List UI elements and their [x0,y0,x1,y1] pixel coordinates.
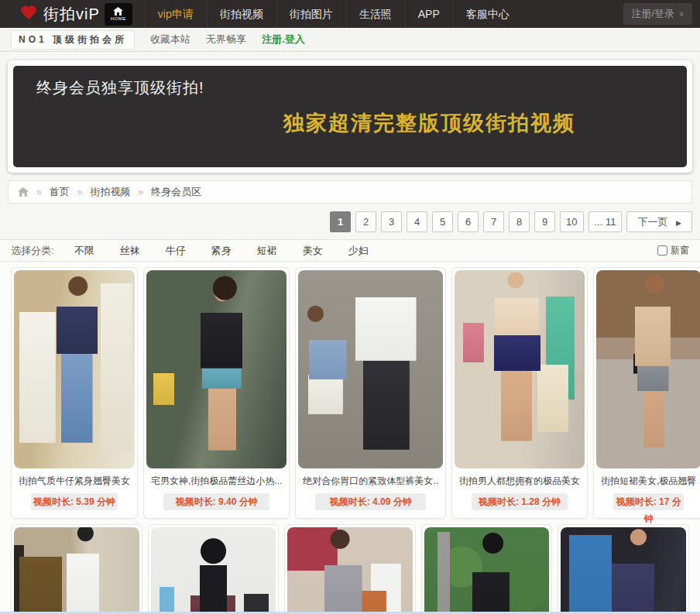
video-thumbnail-sequin-shorts-shopping[interactable] [455,270,585,468]
video-card: 街拍短裙美女,极品翘臀 视频时长: 17 分钟 [593,267,700,519]
banner-subheadline: 独家超清完整版顶级街拍视频 [13,109,687,137]
register-login-label: 注册/登录 [631,7,674,21]
video-title[interactable]: 街拍男人都想拥有的极品美女 [455,468,585,492]
next-page-button[interactable]: 下一页 ▶ [626,211,692,232]
video-duration-badge: 视频时长: 17 分钟 [613,493,684,510]
next-arrow-icon: ▶ [676,219,681,227]
home-button[interactable]: HOME [105,3,132,26]
video-grid-row-2 [11,524,689,614]
sub-header: NO1 顶级街拍会所 收藏本站 无界畅享 注册.登入 [0,28,700,52]
filter-option-stockings[interactable]: 丝袜 [120,244,140,258]
breadcrumb-home[interactable]: 首页 [50,185,70,199]
filter-option-skirt[interactable]: 短裙 [257,244,277,258]
filter-option-all[interactable]: 不限 [74,244,94,258]
video-thumbnail-white-tee-leggings[interactable] [298,270,443,468]
register-login-button[interactable]: 注册/登录 » [623,3,692,25]
nav-item-app[interactable]: APP [405,0,453,28]
filter-option-tight[interactable]: 紧身 [211,244,232,258]
video-title[interactable]: 宅男女神,街拍极品蕾丝边小热... [146,468,287,492]
video-thumbnail-jeans-shop[interactable] [14,270,135,468]
home-icon [113,7,123,15]
video-thumbnail-gray-top-orange-bag[interactable] [287,527,413,614]
filter-option-beauty[interactable]: 美女 [303,244,323,258]
page-button-10[interactable]: 10 [560,211,583,232]
page-button-more[interactable]: ... 11 [588,211,623,232]
page-button-7[interactable]: 7 [483,211,504,232]
breadcrumb-separator: » [77,187,83,197]
filter-option-young-woman[interactable]: 少妇 [348,244,369,258]
page-button-1[interactable]: 1 [330,211,351,232]
main-nav: vip申请 街拍视频 街拍图片 生活照 APP 客服中心 [145,0,523,28]
video-thumbnail-maroon-top-jeans[interactable] [151,527,276,614]
new-window-option: 新窗 [657,244,689,257]
video-card [148,524,280,614]
video-grid-row-1: 街拍气质牛仔紧身翘臀美女 视频时长: 5.39 分钟 宅男女神,街拍极品蕾丝边小… [11,267,689,519]
breadcrumb-home-icon[interactable] [18,187,29,197]
filter-option-denim[interactable]: 牛仔 [166,244,186,258]
page-button-6[interactable]: 6 [458,211,479,232]
video-thumbnail-blue-leggings-sign[interactable] [14,527,139,614]
video-thumbnail-navy-top-pink-bag[interactable] [561,527,686,614]
home-button-label: HOME [111,16,126,21]
site-logo[interactable]: 街拍viP [0,4,100,25]
site-logo-text: 街拍viP [43,4,100,25]
breadcrumb-current: 终身会员区 [151,185,201,199]
page-button-9[interactable]: 9 [534,211,555,232]
page-button-5[interactable]: 5 [432,211,453,232]
filter-label: 选择分类: [11,244,54,258]
promo-banner-card: 终身会员独享顶级街拍! 独家超清完整版顶级街拍视频 [8,60,692,173]
video-card [558,524,689,614]
video-duration-badge: 视频时长: 1.28 分钟 [472,493,568,510]
nav-item-life-photos[interactable]: 生活照 [346,0,405,28]
page-button-4[interactable]: 4 [407,211,427,232]
nav-item-support[interactable]: 客服中心 [453,0,523,28]
video-title[interactable]: 街拍短裙美女,极品翘臀 [596,468,700,492]
pagination: 1 2 3 4 5 6 7 8 9 10 ... 11 下一页 ▶ [8,211,692,232]
nav-item-street-photos[interactable]: 街拍图片 [276,0,346,28]
video-card: 街拍男人都想拥有的极品美女 视频时长: 1.28 分钟 [451,267,588,519]
nav-item-vip-apply[interactable]: vip申请 [145,0,207,28]
top-navbar: 街拍viP HOME vip申请 街拍视频 街拍图片 生活照 APP 客服中心 … [0,0,700,28]
promo-banner[interactable]: 终身会员独享顶级街拍! 独家超清完整版顶级街拍视频 [13,66,687,167]
video-card [421,524,553,614]
breadcrumb: » 首页 » 街拍视频 » 终身会员区 [8,180,692,204]
breadcrumb-street-videos[interactable]: 街拍视频 [90,185,130,199]
video-title[interactable]: 街拍气质牛仔紧身翘臀美女 [14,468,135,492]
page-button-3[interactable]: 3 [381,211,402,232]
video-thumbnail-black-top-trees[interactable] [424,527,550,614]
video-card [11,524,142,614]
register-signin-link[interactable]: 注册.登入 [262,33,305,46]
unlimited-link[interactable]: 无界畅享 [206,33,246,46]
heart-icon [20,6,37,21]
next-page-label: 下一页 [637,216,667,228]
video-duration-badge: 视频时长: 9.40 分钟 [163,493,269,510]
new-window-label: 新窗 [671,244,689,257]
video-card: 街拍气质牛仔紧身翘臀美女 视频时长: 5.39 分钟 [11,267,138,519]
video-title[interactable]: 绝对合你胃口的紧致体型裤美女.. [298,468,443,492]
nav-item-street-videos[interactable]: 街拍视频 [207,0,276,28]
video-thumbnail-black-tank-denim-shorts[interactable] [146,270,287,468]
video-duration-badge: 视频时长: 5.39 分钟 [31,493,118,510]
page-button-2[interactable]: 2 [355,211,376,232]
category-filter-bar: 选择分类: 不限 丝袜 牛仔 紧身 短裙 美女 少妇 新窗 [0,239,700,262]
breadcrumb-separator: » [36,187,42,197]
page-button-8[interactable]: 8 [509,211,530,232]
video-card [284,524,416,614]
breadcrumb-separator: » [138,187,143,197]
new-window-checkbox[interactable] [657,245,667,256]
chevron-down-icon: » [678,12,687,16]
video-card: 宅男女神,街拍极品蕾丝边小热... 视频时长: 9.40 分钟 [143,267,290,519]
video-card: 绝对合你胃口的紧致体型裤美女.. 视频时长: 4.09 分钟 [295,267,446,519]
video-thumbnail-tan-top-gray-skirt[interactable] [596,270,700,468]
bookmark-site-link[interactable]: 收藏本站 [150,33,190,46]
banner-headline: 终身会员独享顶级街拍! [36,77,204,98]
video-grid-section: 街拍气质牛仔紧身翘臀美女 视频时长: 5.39 分钟 宅男女神,街拍极品蕾丝边小… [0,262,700,614]
site-slogan: NO1 顶级街拍会所 [11,30,135,50]
video-duration-badge: 视频时长: 4.09 分钟 [315,493,426,510]
